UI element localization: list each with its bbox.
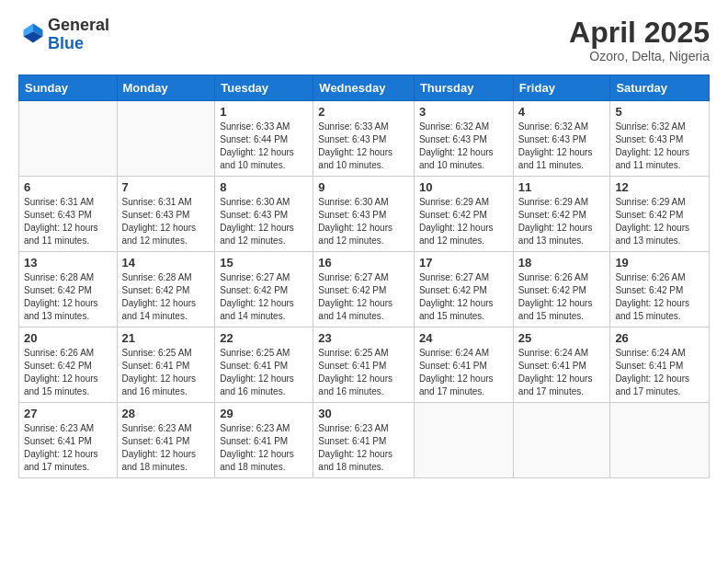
calendar-week-row: 13Sunrise: 6:28 AM Sunset: 6:42 PM Dayli… xyxy=(19,252,710,327)
day-number: 24 xyxy=(419,331,508,345)
day-number: 20 xyxy=(24,331,112,345)
day-info: Sunrise: 6:29 AM Sunset: 6:42 PM Dayligh… xyxy=(419,196,508,247)
calendar-week-row: 1Sunrise: 6:33 AM Sunset: 6:44 PM Daylig… xyxy=(19,101,710,177)
day-number: 29 xyxy=(220,407,308,420)
day-info: Sunrise: 6:32 AM Sunset: 6:43 PM Dayligh… xyxy=(615,121,704,172)
day-number: 5 xyxy=(615,105,704,119)
day-number: 15 xyxy=(220,256,308,270)
calendar-day-cell: 21Sunrise: 6:25 AM Sunset: 6:41 PM Dayli… xyxy=(117,327,215,403)
day-info: Sunrise: 6:29 AM Sunset: 6:42 PM Dayligh… xyxy=(518,196,606,247)
logo-icon xyxy=(20,20,46,46)
calendar-day-cell: 30Sunrise: 6:23 AM Sunset: 6:41 PM Dayli… xyxy=(313,403,415,478)
calendar-day-cell: 26Sunrise: 6:24 AM Sunset: 6:41 PM Dayli… xyxy=(610,327,710,403)
calendar-week-row: 27Sunrise: 6:23 AM Sunset: 6:41 PM Dayli… xyxy=(19,403,710,478)
day-of-week-header: Saturday xyxy=(610,75,710,101)
calendar-day-cell: 27Sunrise: 6:23 AM Sunset: 6:41 PM Dayli… xyxy=(19,403,118,478)
day-number: 6 xyxy=(24,180,112,194)
day-info: Sunrise: 6:23 AM Sunset: 6:41 PM Dayligh… xyxy=(318,422,409,474)
calendar-day-cell: 7Sunrise: 6:31 AM Sunset: 6:43 PM Daylig… xyxy=(117,177,215,252)
day-number: 25 xyxy=(518,331,606,345)
calendar-day-cell: 5Sunrise: 6:32 AM Sunset: 6:43 PM Daylig… xyxy=(610,101,710,177)
calendar-day-cell xyxy=(117,101,215,177)
day-info: Sunrise: 6:23 AM Sunset: 6:41 PM Dayligh… xyxy=(220,422,308,474)
logo-general-text: General xyxy=(48,16,109,34)
day-number: 3 xyxy=(419,105,508,119)
day-number: 27 xyxy=(24,407,112,420)
day-of-week-header: Tuesday xyxy=(215,75,313,101)
calendar-day-cell: 8Sunrise: 6:30 AM Sunset: 6:43 PM Daylig… xyxy=(215,177,313,252)
calendar-day-cell: 16Sunrise: 6:27 AM Sunset: 6:42 PM Dayli… xyxy=(313,252,415,327)
calendar-day-cell: 14Sunrise: 6:28 AM Sunset: 6:42 PM Dayli… xyxy=(117,252,215,327)
day-info: Sunrise: 6:24 AM Sunset: 6:41 PM Dayligh… xyxy=(419,347,508,398)
day-info: Sunrise: 6:25 AM Sunset: 6:41 PM Dayligh… xyxy=(122,347,210,398)
day-number: 17 xyxy=(419,256,508,270)
day-of-week-header: Monday xyxy=(117,75,215,101)
calendar-day-cell xyxy=(414,403,513,478)
day-number: 16 xyxy=(318,256,409,270)
day-number: 22 xyxy=(220,331,308,345)
day-info: Sunrise: 6:25 AM Sunset: 6:41 PM Dayligh… xyxy=(318,347,409,398)
day-info: Sunrise: 6:27 AM Sunset: 6:42 PM Dayligh… xyxy=(318,271,409,323)
day-info: Sunrise: 6:27 AM Sunset: 6:42 PM Dayligh… xyxy=(220,271,308,323)
calendar-table: SundayMondayTuesdayWednesdayThursdayFrid… xyxy=(18,75,710,478)
calendar-day-cell: 22Sunrise: 6:25 AM Sunset: 6:41 PM Dayli… xyxy=(215,327,313,403)
logo: General Blue xyxy=(18,17,109,53)
day-of-week-header: Wednesday xyxy=(313,75,415,101)
day-number: 19 xyxy=(615,256,704,270)
calendar-day-cell: 29Sunrise: 6:23 AM Sunset: 6:41 PM Dayli… xyxy=(215,403,313,478)
calendar-day-cell xyxy=(19,101,118,177)
day-info: Sunrise: 6:31 AM Sunset: 6:43 PM Dayligh… xyxy=(24,196,112,247)
day-info: Sunrise: 6:29 AM Sunset: 6:42 PM Dayligh… xyxy=(615,196,704,247)
calendar-day-cell: 17Sunrise: 6:27 AM Sunset: 6:42 PM Dayli… xyxy=(414,252,513,327)
day-info: Sunrise: 6:25 AM Sunset: 6:41 PM Dayligh… xyxy=(220,347,308,398)
day-number: 21 xyxy=(122,331,210,345)
calendar-day-cell: 11Sunrise: 6:29 AM Sunset: 6:42 PM Dayli… xyxy=(513,177,610,252)
calendar-day-cell: 13Sunrise: 6:28 AM Sunset: 6:42 PM Dayli… xyxy=(19,252,118,327)
day-info: Sunrise: 6:27 AM Sunset: 6:42 PM Dayligh… xyxy=(419,271,508,323)
day-info: Sunrise: 6:32 AM Sunset: 6:43 PM Dayligh… xyxy=(518,121,606,172)
calendar-day-cell: 25Sunrise: 6:24 AM Sunset: 6:41 PM Dayli… xyxy=(513,327,610,403)
day-number: 9 xyxy=(318,180,409,194)
day-info: Sunrise: 6:28 AM Sunset: 6:42 PM Dayligh… xyxy=(24,271,112,323)
day-info: Sunrise: 6:23 AM Sunset: 6:41 PM Dayligh… xyxy=(24,422,112,474)
day-of-week-header: Sunday xyxy=(19,75,118,101)
day-number: 11 xyxy=(518,180,606,194)
title-block: April 2025 Ozoro, Delta, Nigeria xyxy=(569,17,710,63)
day-number: 1 xyxy=(220,105,308,119)
calendar-day-cell xyxy=(610,403,710,478)
day-number: 30 xyxy=(318,407,409,420)
day-info: Sunrise: 6:24 AM Sunset: 6:41 PM Dayligh… xyxy=(518,347,606,398)
calendar-day-cell: 1Sunrise: 6:33 AM Sunset: 6:44 PM Daylig… xyxy=(215,101,313,177)
day-info: Sunrise: 6:26 AM Sunset: 6:42 PM Dayligh… xyxy=(24,347,112,398)
day-number: 7 xyxy=(122,180,210,194)
calendar-day-cell: 4Sunrise: 6:32 AM Sunset: 6:43 PM Daylig… xyxy=(513,101,610,177)
day-info: Sunrise: 6:31 AM Sunset: 6:43 PM Dayligh… xyxy=(122,196,210,247)
calendar-week-row: 6Sunrise: 6:31 AM Sunset: 6:43 PM Daylig… xyxy=(19,177,710,252)
calendar-day-cell: 23Sunrise: 6:25 AM Sunset: 6:41 PM Dayli… xyxy=(313,327,415,403)
day-info: Sunrise: 6:33 AM Sunset: 6:43 PM Dayligh… xyxy=(318,121,409,172)
day-number: 28 xyxy=(122,407,210,420)
day-number: 14 xyxy=(122,256,210,270)
calendar-day-cell: 18Sunrise: 6:26 AM Sunset: 6:42 PM Dayli… xyxy=(513,252,610,327)
header: General Blue April 2025 Ozoro, Delta, Ni… xyxy=(18,17,710,63)
day-number: 13 xyxy=(24,256,112,270)
day-number: 8 xyxy=(220,180,308,194)
calendar-day-cell: 12Sunrise: 6:29 AM Sunset: 6:42 PM Dayli… xyxy=(610,177,710,252)
calendar-title: April 2025 xyxy=(569,17,710,49)
page: General Blue April 2025 Ozoro, Delta, Ni… xyxy=(0,0,728,563)
calendar-day-cell: 10Sunrise: 6:29 AM Sunset: 6:42 PM Dayli… xyxy=(414,177,513,252)
calendar-day-cell: 19Sunrise: 6:26 AM Sunset: 6:42 PM Dayli… xyxy=(610,252,710,327)
calendar-header-row: SundayMondayTuesdayWednesdayThursdayFrid… xyxy=(19,75,710,101)
day-info: Sunrise: 6:30 AM Sunset: 6:43 PM Dayligh… xyxy=(220,196,308,247)
day-of-week-header: Thursday xyxy=(414,75,513,101)
day-number: 18 xyxy=(518,256,606,270)
day-number: 10 xyxy=(419,180,508,194)
calendar-day-cell: 6Sunrise: 6:31 AM Sunset: 6:43 PM Daylig… xyxy=(19,177,118,252)
calendar-week-row: 20Sunrise: 6:26 AM Sunset: 6:42 PM Dayli… xyxy=(19,327,710,403)
day-number: 12 xyxy=(615,180,704,194)
calendar-day-cell: 3Sunrise: 6:32 AM Sunset: 6:43 PM Daylig… xyxy=(414,101,513,177)
day-number: 4 xyxy=(518,105,606,119)
day-info: Sunrise: 6:33 AM Sunset: 6:44 PM Dayligh… xyxy=(220,121,308,172)
day-number: 2 xyxy=(318,105,409,119)
calendar-day-cell: 15Sunrise: 6:27 AM Sunset: 6:42 PM Dayli… xyxy=(215,252,313,327)
